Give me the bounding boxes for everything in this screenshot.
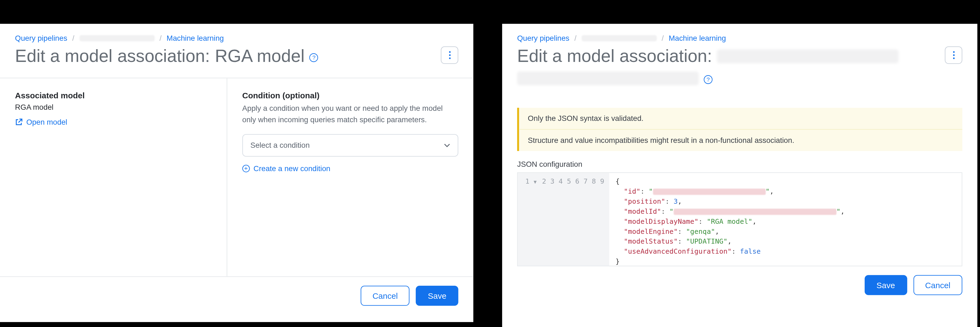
breadcrumb: Query pipelines / / Machine learning (0, 24, 473, 43)
breadcrumb-separator: / (574, 34, 576, 43)
save-button[interactable]: Save (865, 275, 907, 295)
more-actions-button[interactable] (945, 46, 963, 64)
svg-point-2 (449, 57, 450, 59)
external-link-icon (15, 118, 22, 126)
panel-footer: Save Cancel (502, 266, 977, 304)
warning-line-1: Only the JSON syntax is validated. (519, 108, 963, 130)
create-condition-link[interactable]: + Create a new condition (242, 164, 458, 173)
info-icon[interactable]: ? (310, 53, 318, 62)
kebab-icon (953, 51, 955, 59)
more-actions-button[interactable] (441, 46, 458, 64)
editor-gutter: 1 ▼ 2 3 4 5 6 7 8 9 (518, 173, 609, 266)
page-title-prefix: Edit a model association: (15, 46, 210, 67)
validation-warning: Only the JSON syntax is validated. Struc… (517, 108, 963, 151)
svg-point-3 (953, 51, 955, 53)
breadcrumb-pipeline-name-redacted[interactable] (582, 35, 657, 41)
breadcrumb-query-pipelines[interactable]: Query pipelines (517, 34, 570, 43)
panel-footer: Cancel Save (0, 276, 473, 314)
info-icon[interactable]: ? (704, 75, 713, 84)
page-title: Edit a model association: RGA model ? (15, 46, 318, 67)
create-condition-label: Create a new condition (253, 164, 330, 173)
breadcrumb-separator: / (159, 34, 162, 43)
page-title-redacted-1 (717, 49, 899, 63)
edit-association-panel-json: Query pipelines / / Machine learning Edi… (502, 24, 977, 327)
breadcrumb-query-pipelines[interactable]: Query pipelines (15, 34, 67, 43)
kebab-icon (449, 51, 450, 59)
json-config-label: JSON configuration (502, 160, 977, 168)
breadcrumb-separator: / (662, 34, 664, 43)
associated-model-heading: Associated model (15, 91, 212, 100)
breadcrumb-machine-learning[interactable]: Machine learning (167, 34, 224, 43)
page-header: Edit a model association: RGA model ? (0, 43, 473, 78)
page-header: Edit a model association: ? (502, 43, 977, 96)
page-title-prefix: Edit a model association: (517, 46, 712, 67)
redacted-modelid-value (674, 209, 837, 215)
breadcrumb-machine-learning[interactable]: Machine learning (669, 34, 726, 43)
page-title-model: RGA model (215, 46, 304, 67)
save-button[interactable]: Save (416, 286, 458, 306)
condition-heading: Condition (optional) (242, 91, 458, 100)
json-editor[interactable]: 1 ▼ 2 3 4 5 6 7 8 9 { "id": "", "positio… (517, 172, 963, 266)
condition-select[interactable]: Select a condition (242, 134, 458, 157)
breadcrumb: Query pipelines / / Machine learning (502, 24, 977, 43)
condition-section: Condition (optional) Apply a condition w… (227, 78, 473, 276)
breadcrumb-separator: / (72, 34, 74, 43)
panel-body: Associated model RGA model Open model Co… (0, 78, 473, 276)
cancel-button[interactable]: Cancel (361, 286, 410, 306)
breadcrumb-pipeline-name-redacted[interactable] (79, 35, 154, 41)
edit-association-panel-basic: Query pipelines / / Machine learning Edi… (0, 24, 473, 322)
open-model-label: Open model (26, 118, 67, 126)
condition-select-placeholder: Select a condition (250, 141, 310, 150)
svg-point-5 (953, 57, 955, 59)
page-title: Edit a model association: ? (517, 46, 918, 85)
associated-model-name: RGA model (15, 103, 212, 112)
svg-point-0 (449, 51, 450, 53)
open-model-link[interactable]: Open model (15, 118, 212, 126)
condition-description: Apply a condition when you want or need … (242, 103, 458, 125)
chevron-down-icon (444, 142, 450, 148)
svg-point-4 (953, 54, 955, 56)
page-title-redacted-2 (517, 72, 699, 85)
cancel-button[interactable]: Cancel (913, 275, 963, 295)
associated-model-section: Associated model RGA model Open model (0, 78, 227, 276)
editor-body[interactable]: { "id": "", "position": 3, "modelId": ""… (609, 173, 962, 266)
plus-circle-icon: + (242, 165, 250, 172)
redacted-id-value (653, 188, 765, 195)
warning-line-2: Structure and value incompatibilities mi… (519, 130, 963, 151)
svg-point-1 (449, 54, 450, 56)
